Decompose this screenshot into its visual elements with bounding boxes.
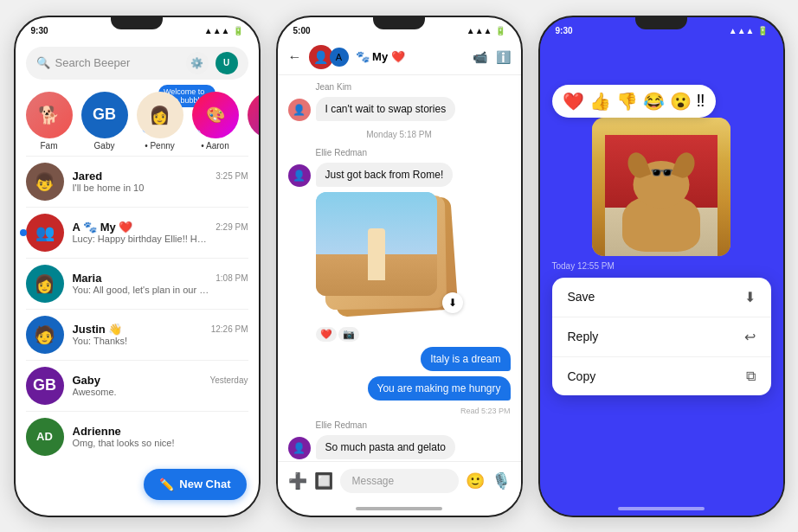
conversation-name: 🐾 My ❤️ [356, 50, 466, 63]
sticker-icon[interactable]: 🔲 [314, 471, 333, 490]
chat-name-a-heart: A 🐾 My ❤️ [73, 221, 133, 234]
image-stack: ⬇ [316, 192, 463, 322]
story-item-aaron[interactable]: 🎨 • Aaron [192, 92, 239, 151]
msg-avatar-ellie-2: 👤 [288, 437, 311, 459]
story-item-penny[interactable]: 👩 • Penny [137, 92, 183, 151]
chat-avatar-a-heart: 👥 [26, 214, 64, 252]
chat-preview-adrienne: Omg, that looks so nice! [73, 438, 211, 448]
react-laugh[interactable]: 😂 [643, 91, 665, 112]
chat-time-jared: 3:25 PM [216, 171, 248, 181]
sender-label-ellie: Ellie Redman [316, 148, 511, 157]
time-3: 9:30 [556, 26, 573, 35]
chat-avatar-gaby: GB [26, 367, 64, 405]
react-thumbsdown[interactable]: 👎 [616, 91, 638, 112]
search-placeholder: Search Beeper [55, 56, 181, 69]
story-row: 🐕 Fam GB Gaby 👩 • Penny [16, 87, 259, 156]
message-bubble-final: So much pasta and gelato [316, 435, 455, 459]
story-avatar-fam: 🐕 [26, 92, 73, 138]
chat-avatar-adrienne: AD [26, 418, 64, 456]
settings-button[interactable]: ⚙️ [186, 52, 209, 74]
phone-chat-list: 9:30 ▲▲▲ 🔋 🔍 Search Beeper ⚙️ U Welcome … [14, 16, 261, 517]
chat-avatar-jared: 👦 [26, 163, 64, 201]
message-input[interactable]: Message [340, 469, 459, 493]
chat-item-adrienne[interactable]: AD Adrienne Omg, that looks so nice! [16, 412, 259, 462]
message-input-bar: ➕ 🔲 Message 🙂 🎙️ [278, 461, 521, 500]
info-icon[interactable]: ℹ️ [496, 50, 511, 64]
story-label-penny: • Penny [145, 141, 175, 151]
story-item-fam[interactable]: 🐕 Fam [26, 92, 73, 151]
react-thumbsup[interactable]: 👍 [589, 91, 611, 112]
chat-info-jared: Jared 3:25 PM I'll be home in 10 [73, 170, 248, 193]
chat-preview-gaby: Awesome. [73, 387, 211, 397]
user-avatar[interactable]: U [216, 52, 238, 74]
mic-icon[interactable]: 🎙️ [492, 471, 511, 490]
chat-name-jared: Jared [73, 170, 103, 183]
date-label-monday: Monday 5:18 PM [288, 130, 511, 139]
chat-item-justin[interactable]: 🧑 Justin 👋 12:26 PM You: Thanks! [16, 310, 259, 360]
online-indicator-penny [138, 130, 145, 138]
compose-icon: ✏️ [159, 478, 174, 491]
search-bar[interactable]: 🔍 Search Beeper ⚙️ U [26, 47, 248, 80]
message-list: Jean Kim 👤 I can't wait to swap stories … [278, 75, 521, 496]
time-2: 5:00 [293, 26, 311, 35]
context-save[interactable]: Save ⬇ [552, 278, 771, 317]
sender-label-jean: Jean Kim [316, 82, 511, 92]
story-label-gaby: Gaby [94, 141, 115, 151]
chat-info-adrienne: Adrienne Omg, that looks so nice! [73, 425, 248, 448]
unread-dot-a-heart [20, 229, 27, 236]
story-item-tori[interactable]: TS Tori [248, 92, 259, 151]
chat-time-maria: 1:08 PM [216, 273, 248, 283]
search-icon: 🔍 [36, 56, 50, 69]
chat-item-gaby[interactable]: GB Gaby Yesterday Awesome. [16, 361, 259, 411]
msg-avatar-jean: 👤 [288, 99, 311, 121]
context-reply[interactable]: Reply ↩ [552, 317, 771, 357]
notch-3 [635, 17, 687, 29]
phone-conversation: 5:00 ▲▲▲ 🔋 ← 👤 A 🐾 My ❤️ 📹 ℹ️ Jean Kim [276, 16, 523, 517]
chat-name-row-maria: Maria 1:08 PM [73, 272, 248, 285]
chat-info-maria: Maria 1:08 PM You: All good, let's plan … [73, 272, 248, 296]
add-icon[interactable]: ➕ [288, 471, 307, 490]
reaction-heart[interactable]: ❤️ [316, 327, 337, 342]
group-avatar-2: A [330, 48, 349, 67]
chat-time-justin: 12:26 PM [211, 324, 248, 334]
chat-item-a-heart[interactable]: 👥 A 🐾 My ❤️ 2:29 PM Lucy: Happy birthday… [16, 208, 259, 258]
story-item-gaby[interactable]: GB Gaby [81, 92, 128, 151]
react-heart[interactable]: ❤️ [563, 91, 584, 112]
video-call-icon[interactable]: 📹 [473, 50, 487, 64]
online-indicator-aaron [193, 130, 201, 138]
message-bubble-3: Just got back from Rome! [316, 163, 454, 187]
chat-name-row-justin: Justin 👋 12:26 PM [73, 323, 248, 336]
copy-icon: ⧉ [746, 369, 756, 384]
chat-item-jared[interactable]: 👦 Jared 3:25 PM I'll be home in 10 [16, 157, 259, 207]
story-avatar-gaby: GB [81, 92, 128, 138]
time-1: 9:30 [31, 26, 48, 35]
status-icons-3: ▲▲▲ 🔋 [729, 26, 768, 35]
header-actions: 📹 ℹ️ [473, 50, 511, 64]
chat-time-a-heart: 2:29 PM [216, 222, 248, 232]
react-exclamation[interactable]: ‼️ [697, 91, 705, 112]
context-copy-label: Copy [568, 369, 596, 383]
reaction-camera[interactable]: 📷 [338, 327, 359, 342]
back-button[interactable]: ← [288, 49, 302, 65]
react-wow[interactable]: 😮 [670, 91, 692, 112]
image-main [316, 192, 437, 296]
read-receipt: Read 5:23 PM [288, 407, 511, 415]
chat-preview-jared: I'll be home in 10 [73, 183, 211, 193]
new-chat-button[interactable]: ✏️ New Chat [144, 469, 246, 500]
story-label-aaron: • Aaron [201, 141, 228, 151]
chat-item-maria[interactable]: 👩 Maria 1:08 PM You: All good, let's pla… [16, 259, 259, 309]
story-label-fam: Fam [41, 141, 58, 151]
message-bubble-outgoing-2: You are making me hungry [368, 376, 511, 401]
chat-preview-a-heart: Lucy: Happy birthday Ellie!! Hope you've… [73, 234, 211, 245]
message-bubble-outgoing-1: Italy is a dream [421, 347, 510, 371]
chat-preview-maria: You: All good, let's plan in our meeting… [73, 285, 211, 296]
chat-avatar-maria: 👩 [26, 265, 64, 303]
dog-image-card: 🕶️ [592, 118, 730, 256]
message-bubble-1: I can't wait to swap stories [316, 97, 456, 121]
download-images-button[interactable]: ⬇ [442, 292, 463, 313]
emoji-icon[interactable]: 🙂 [466, 471, 485, 490]
reply-icon: ↩ [744, 329, 756, 345]
home-bar-3 [618, 507, 705, 510]
emoji-reaction-bar: ❤️ 👍 👎 😂 😮 ‼️ [552, 85, 716, 118]
context-copy[interactable]: Copy ⧉ [552, 357, 771, 395]
